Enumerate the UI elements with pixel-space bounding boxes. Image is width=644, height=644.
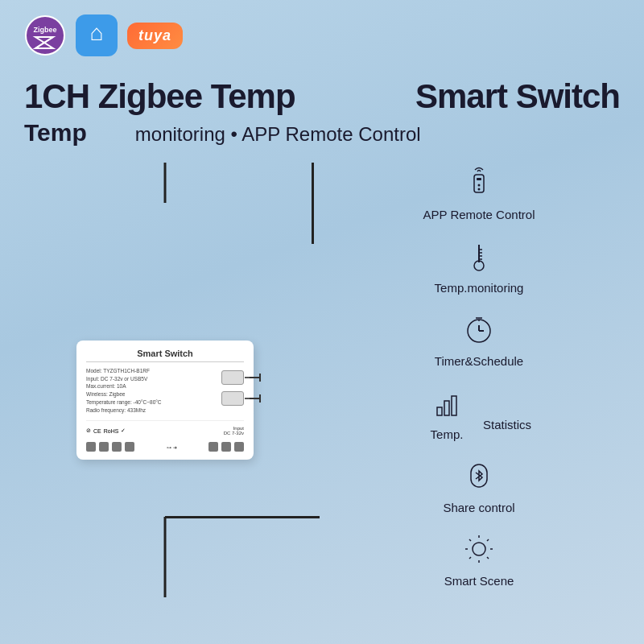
device-label: Smart Switch	[86, 349, 244, 362]
temp-monitoring-label: Temp.monitoring	[435, 281, 524, 295]
timer-label: Timer&Schedule	[435, 354, 523, 368]
statistics-icon	[427, 382, 467, 423]
svg-line-35	[469, 557, 471, 559]
feature-share: Share control	[330, 456, 628, 514]
svg-rect-24	[444, 401, 449, 415]
left-terminals	[86, 442, 134, 452]
svg-point-27	[473, 543, 485, 555]
svg-line-32	[469, 539, 471, 541]
device-knobs	[221, 370, 244, 406]
svg-point-11	[478, 188, 481, 191]
subtitle-left: Temp	[24, 119, 87, 147]
feature-app-remote: APP Remote Control	[330, 163, 628, 221]
subtitle-middle: monitoring • APP Remote Control	[135, 123, 421, 146]
stats-temp-item: Temp.	[427, 382, 467, 441]
remote-icon	[459, 163, 499, 203]
timer-icon	[459, 309, 499, 349]
device-specs: Model: TYZGTH1CH-B1RF Input: DC 7-32v or…	[86, 367, 162, 415]
content-area: Smart Switch Model: TYZGTH1CH-B1RF Input…	[0, 147, 644, 597]
terminal	[112, 442, 122, 452]
input-label: Input DC 7-32v	[224, 426, 244, 436]
features-section: APP Remote Control Temp.monitoring	[330, 163, 628, 597]
wire-right	[165, 516, 320, 518]
wire-top	[164, 163, 167, 203]
stats-statistics-item: Statistics	[483, 418, 531, 431]
temp-stats-label-left: Temp.	[431, 427, 464, 441]
wire-right-up	[312, 163, 314, 244]
tuya-logo: tuya	[127, 23, 183, 49]
smart-home-logo: ⌂	[76, 14, 118, 56]
connection-symbol: ⊶➜	[167, 444, 177, 450]
main-title-section: 1CH Zigbee Temp Smart Switch Temp monito…	[0, 71, 644, 147]
device-bottom: ⊘ CE RoHS ✓ Input DC 7-32v	[86, 420, 244, 436]
knob-2	[221, 391, 244, 406]
share-label: Share control	[443, 501, 514, 514]
svg-text:Zigbee: Zigbee	[33, 26, 56, 34]
svg-rect-9	[477, 178, 481, 180]
terminal	[125, 442, 134, 452]
sun-icon	[459, 529, 499, 569]
terminal	[86, 442, 96, 452]
feature-temp-stats: Temp. Statistics	[330, 382, 628, 441]
smart-scene-label: Smart Scene	[444, 574, 514, 588]
wire-bottom	[164, 517, 167, 597]
app-remote-label: APP Remote Control	[423, 208, 535, 221]
certifications: ⊘ CE RoHS ✓	[86, 427, 126, 434]
temp-stats-label-right: Statistics	[483, 418, 531, 431]
svg-text:⌂: ⌂	[90, 20, 104, 45]
zigbee-logo: Zigbee	[24, 14, 66, 56]
terminal	[208, 442, 218, 452]
logo-bar: Zigbee ⌂ tuya	[0, 0, 644, 71]
svg-line-33	[487, 557, 489, 559]
svg-rect-25	[452, 396, 456, 415]
bluetooth-icon	[459, 456, 499, 496]
terminal	[99, 442, 109, 452]
svg-rect-23	[437, 407, 442, 415]
feature-smart-scene: Smart Scene	[330, 529, 628, 588]
feature-timer: Timer&Schedule	[330, 309, 628, 368]
right-terminals	[208, 442, 244, 452]
device-box: Smart Switch Model: TYZGTH1CH-B1RF Input…	[76, 341, 254, 460]
title-right: Smart Switch	[415, 77, 620, 116]
feature-temp-monitoring: Temp.monitoring	[330, 236, 628, 295]
thermometer-icon	[459, 236, 499, 276]
title-left: 1CH Zigbee Temp	[24, 77, 295, 116]
device-section: Smart Switch Model: TYZGTH1CH-B1RF Input…	[16, 163, 314, 597]
knob-1	[221, 370, 244, 385]
svg-point-10	[478, 184, 481, 187]
terminal	[221, 442, 231, 452]
terminal	[234, 442, 244, 452]
terminals-row: ⊶➜	[86, 442, 244, 452]
svg-line-34	[487, 539, 489, 541]
